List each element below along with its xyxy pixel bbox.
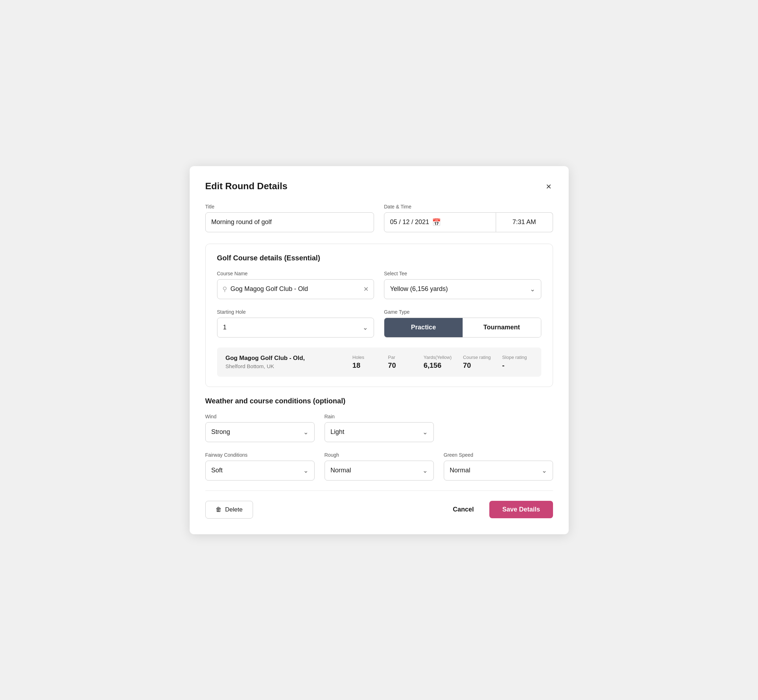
holes-value: 18 [352,361,360,370]
title-label: Title [205,204,374,209]
slope-rating-value: - [502,361,504,370]
conditions-title: Weather and course conditions (optional) [205,397,553,405]
cancel-button[interactable]: Cancel [446,501,481,518]
rough-field-group: Rough Normal ⌄ [324,452,434,481]
practice-button[interactable]: Practice [384,318,463,337]
modal-header: Edit Round Details × [205,180,553,192]
green-speed-label: Green Speed [444,452,553,458]
datetime-label: Date & Time [384,204,553,209]
chevron-down-icon-wind: ⌄ [303,428,309,436]
yards-stat: Yards(Yellow) 6,156 [418,355,457,370]
chevron-down-icon-fairway: ⌄ [303,467,309,475]
par-stat: Par 70 [382,355,418,370]
green-speed-value: Normal [450,467,542,474]
select-tee-value: Yellow (6,156 yards) [390,285,530,293]
slope-rating-stat: Slope rating - [496,355,532,370]
trash-icon: 🗑 [216,506,222,513]
date-text: 05 / 12 / 2021 [390,219,429,226]
wind-label: Wind [205,414,315,419]
delete-button[interactable]: 🗑 Delete [205,501,253,519]
clear-icon[interactable]: ✕ [363,285,369,293]
modal-title: Edit Round Details [205,181,288,192]
chevron-down-icon-rough: ⌄ [423,467,428,475]
tournament-button[interactable]: Tournament [463,318,541,337]
edit-round-modal: Edit Round Details × Title Date & Time 0… [190,166,568,534]
rain-value: Light [330,428,423,436]
course-display-name: Gog Magog Golf Club - Old, [226,355,347,362]
fairway-dropdown[interactable]: Soft ⌄ [205,461,315,481]
chevron-down-icon-green: ⌄ [542,467,547,475]
holes-stat: Holes 18 [347,355,382,370]
rough-dropdown[interactable]: Normal ⌄ [324,461,434,481]
footer-right-buttons: Cancel Save Details [446,501,553,518]
fairway-field-group: Fairway Conditions Soft ⌄ [205,452,315,481]
golf-course-section-title: Golf Course details (Essential) [217,254,541,262]
datetime-inputs: 05 / 12 / 2021 📅 7:31 AM [384,212,553,232]
fairway-value: Soft [211,467,303,474]
course-rating-label: Course rating [463,355,491,360]
select-tee-field-group: Select Tee Yellow (6,156 yards) ⌄ [384,271,541,299]
rain-dropdown[interactable]: Light ⌄ [324,422,434,442]
datetime-field-group: Date & Time 05 / 12 / 2021 📅 7:31 AM [384,204,553,232]
time-text: 7:31 AM [512,219,536,226]
title-input[interactable] [205,212,374,232]
rough-label: Rough [324,452,434,458]
course-stats: Holes 18 Par 70 Yards(Yellow) 6,156 Cour… [347,355,532,370]
select-tee-dropdown[interactable]: Yellow (6,156 yards) ⌄ [384,279,541,299]
starting-hole-value: 1 [223,324,363,331]
course-name-input[interactable]: ⚲ Gog Magog Golf Club - Old ✕ [217,279,374,299]
course-name-label: Course Name [217,271,374,277]
slope-rating-label: Slope rating [502,355,527,360]
hole-gametype-row: Starting Hole 1 ⌄ Game Type Practice Tou… [217,309,541,338]
starting-hole-dropdown[interactable]: 1 ⌄ [217,318,374,338]
game-type-toggle: Practice Tournament [384,318,541,338]
starting-hole-field-group: Starting Hole 1 ⌄ [217,309,374,338]
calendar-icon: 📅 [432,218,441,227]
rough-value: Normal [330,467,423,474]
course-location: Shelford Bottom, UK [226,363,347,369]
rain-label: Rain [324,414,434,419]
yards-value: 6,156 [423,361,441,370]
yards-label: Yards(Yellow) [423,355,452,360]
time-input[interactable]: 7:31 AM [496,212,553,232]
delete-label: Delete [225,506,243,513]
wind-value: Strong [211,428,303,436]
golf-course-section: Golf Course details (Essential) Course N… [205,244,553,387]
fairway-label: Fairway Conditions [205,452,315,458]
course-name-location: Gog Magog Golf Club - Old, Shelford Bott… [226,355,347,369]
course-name-text: Gog Magog Golf Club - Old [230,285,360,293]
save-button[interactable]: Save Details [489,501,553,518]
course-rating-value: 70 [463,361,471,370]
par-label: Par [388,355,395,360]
chevron-down-icon-hole: ⌄ [363,324,368,331]
title-field-group: Title [205,204,374,232]
starting-hole-label: Starting Hole [217,309,374,315]
close-button[interactable]: × [545,180,553,192]
course-name-field-group: Course Name ⚲ Gog Magog Golf Club - Old … [217,271,374,299]
chevron-down-icon: ⌄ [530,285,535,293]
select-tee-label: Select Tee [384,271,541,277]
course-tee-row: Course Name ⚲ Gog Magog Golf Club - Old … [217,271,541,299]
footer-divider [205,491,553,491]
search-icon: ⚲ [222,285,227,293]
wind-field-group: Wind Strong ⌄ [205,414,315,442]
wind-rain-row: Wind Strong ⌄ Rain Light ⌄ [205,414,553,442]
game-type-label: Game Type [384,309,541,315]
top-row: Title Date & Time 05 / 12 / 2021 📅 7:31 … [205,204,553,232]
course-rating-stat: Course rating 70 [457,355,496,370]
wind-dropdown[interactable]: Strong ⌄ [205,422,315,442]
par-value: 70 [388,361,396,370]
rain-field-group: Rain Light ⌄ [324,414,434,442]
game-type-field-group: Game Type Practice Tournament [384,309,541,338]
date-input[interactable]: 05 / 12 / 2021 📅 [384,212,496,232]
conditions-section: Weather and course conditions (optional)… [205,397,553,481]
holes-label: Holes [352,355,364,360]
chevron-down-icon-rain: ⌄ [423,428,428,436]
green-speed-field-group: Green Speed Normal ⌄ [444,452,553,481]
green-speed-dropdown[interactable]: Normal ⌄ [444,461,553,481]
course-info-row: Gog Magog Golf Club - Old, Shelford Bott… [217,347,541,377]
fairway-rough-green-row: Fairway Conditions Soft ⌄ Rough Normal ⌄… [205,452,553,481]
footer-row: 🗑 Delete Cancel Save Details [205,501,553,519]
